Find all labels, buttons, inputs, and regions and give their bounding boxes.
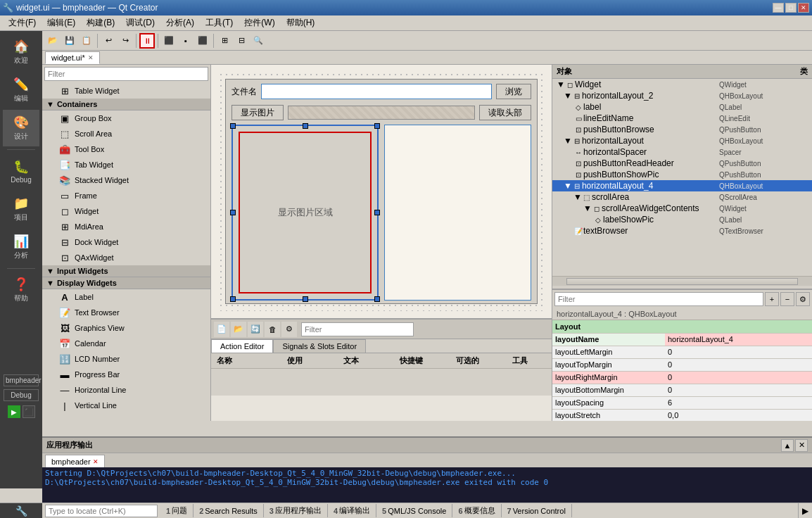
- sidebar-item-analyze[interactable]: 📊 分析: [3, 229, 39, 265]
- tab-close-icon[interactable]: ✕: [88, 54, 94, 61]
- sidebar-item-design[interactable]: 🎨 设计: [3, 110, 39, 146]
- ae-open[interactable]: 📂: [231, 322, 246, 337]
- expand-scroll[interactable]: ▼: [573, 192, 582, 202]
- prop-row-layoutname[interactable]: layoutName horizontalLayout_4: [552, 333, 812, 346]
- tree-row-lineedit[interactable]: ▭ lineEditName QLineEdit: [552, 113, 812, 124]
- tb-zoom[interactable]: 🔍: [250, 33, 266, 49]
- tb-pause[interactable]: ⏸: [139, 33, 155, 49]
- menu-build[interactable]: 构建(B): [81, 15, 120, 30]
- handle-tl[interactable]: [230, 123, 236, 129]
- tb-undo[interactable]: ↩: [101, 33, 116, 49]
- palette-item-calendar[interactable]: 📅 Calendar: [42, 336, 210, 351]
- expand-hl4[interactable]: ▼: [564, 181, 572, 191]
- ae-delete[interactable]: 🗑: [265, 322, 280, 337]
- palette-item-vline[interactable]: | Vertical Line: [42, 398, 210, 413]
- output-close[interactable]: ✕: [795, 439, 808, 452]
- hscroll-thumb[interactable]: [566, 278, 798, 285]
- expand-hl2[interactable]: ▼: [564, 91, 572, 101]
- palette-item-qaxwidget[interactable]: ⊡ QAxWidget: [42, 250, 210, 265]
- expand-contents[interactable]: ▼: [583, 203, 592, 213]
- status-tab-arrow[interactable]: ▶: [798, 503, 812, 519]
- prop-value-rightmargin[interactable]: 0: [665, 371, 812, 384]
- tree-row-textbrowser[interactable]: 📝 textBrowser QTextBrowser: [552, 225, 812, 236]
- filter-add-btn[interactable]: +: [765, 292, 779, 306]
- handle-tm[interactable]: [303, 123, 308, 129]
- tb-grid2[interactable]: ⊟: [234, 33, 249, 49]
- prop-row-stretch[interactable]: layoutStretch 0,0: [552, 409, 812, 421]
- form-widget[interactable]: 文件名 浏览 显示图片 读取头部: [225, 79, 538, 304]
- tb-align-left[interactable]: ⬛: [161, 33, 177, 49]
- palette-group-input[interactable]: ▼ Input Widgets: [42, 265, 210, 277]
- palette-item-graphicsview[interactable]: 🖼 Graphics View: [42, 320, 210, 336]
- minimize-button[interactable]: —: [773, 3, 784, 13]
- palette-item-dockwidget[interactable]: ⊟ Dock Widget: [42, 234, 210, 250]
- browse-button[interactable]: 浏览: [496, 84, 531, 99]
- prop-value-topmargin[interactable]: 0: [665, 358, 812, 371]
- palette-item-scrollarea[interactable]: ⬚ Scroll Area: [42, 126, 210, 141]
- handle-ml[interactable]: [230, 210, 236, 215]
- right-text-panel[interactable]: [384, 125, 531, 301]
- left-scroll-panel[interactable]: 显示图片区域: [231, 125, 379, 301]
- prop-row-spacing[interactable]: layoutSpacing 6: [552, 396, 812, 409]
- expand-hl[interactable]: ▼: [564, 136, 572, 146]
- ae-filter-input[interactable]: [301, 322, 414, 336]
- prop-value-leftmargin[interactable]: 0: [665, 346, 812, 358]
- prop-row-topmargin[interactable]: layoutTopMargin 0: [552, 358, 812, 371]
- sidebar-item-projects[interactable]: 📁 项目: [3, 191, 39, 227]
- prop-value-spacing[interactable]: 6: [665, 396, 812, 409]
- tree-row-hl4[interactable]: ▼ ⊟ horizontalLayout_4 QHBoxLayout: [552, 180, 812, 191]
- stop-button[interactable]: ⬛: [23, 405, 35, 418]
- filter-remove-btn[interactable]: −: [780, 292, 794, 306]
- tree-row-labelshowpic[interactable]: ◇ labelShowPic QLabel: [552, 214, 812, 225]
- handle-tr[interactable]: [374, 123, 380, 129]
- palette-item-toolbox[interactable]: 🧰 Tool Box: [42, 141, 210, 157]
- tb-align-center[interactable]: ▪: [178, 33, 194, 49]
- tree-row-hl2[interactable]: ▼ ⊟ horizontalLayout_2 QHBoxLayout: [552, 90, 812, 101]
- handle-bl[interactable]: [230, 296, 236, 302]
- palette-item-progressbar[interactable]: ▬ Progress Bar: [42, 367, 210, 382]
- ae-refresh[interactable]: 🔄: [248, 322, 263, 337]
- tree-row-pushbtn-show[interactable]: ⊡ pushButtonShowPic QPushButton: [552, 169, 812, 180]
- status-tab-output[interactable]: 3 应用程序输出: [264, 504, 328, 517]
- sidebar-item-edit[interactable]: ✏️ 编辑: [3, 72, 39, 108]
- show-pic-button[interactable]: 显示图片: [231, 105, 284, 120]
- palette-group-display[interactable]: ▼ Display Widgets: [42, 277, 210, 289]
- maximize-button[interactable]: □: [785, 3, 797, 13]
- palette-item-label[interactable]: A Label: [42, 289, 210, 305]
- tree-row-spacer[interactable]: ↔ horizontalSpacer Spacer: [552, 146, 812, 158]
- properties-filter-input[interactable]: [554, 292, 763, 306]
- menu-widgets[interactable]: 控件(W): [239, 15, 280, 30]
- close-button[interactable]: ✕: [798, 3, 809, 13]
- menu-debug[interactable]: 调试(D): [120, 15, 160, 30]
- tb-save-all[interactable]: 📋: [79, 33, 94, 49]
- sidebar-item-debug[interactable]: 🐛 Debug: [3, 153, 39, 189]
- tree-row-scroll-contents[interactable]: ▼ ◻ scrollAreaWidgetContents QWidget: [552, 203, 812, 214]
- designer-canvas[interactable]: 文件名 浏览 显示图片 读取头部: [211, 65, 552, 318]
- action-editor-tab[interactable]: Action Editor: [211, 339, 273, 353]
- menu-file[interactable]: 文件(F): [3, 15, 42, 30]
- palette-item-textbrowser[interactable]: 📝 Text Browser: [42, 305, 210, 320]
- status-tab-compile[interactable]: 4 编译输出: [328, 504, 376, 517]
- tb-align-right[interactable]: ⬛: [195, 33, 210, 49]
- sidebar-item-help[interactable]: ❓ 帮助: [3, 272, 39, 308]
- prop-row-rightmargin[interactable]: layoutRightMargin 0: [552, 371, 812, 384]
- palette-item-hline[interactable]: — Horizontal Line: [42, 382, 210, 398]
- palette-group-containers[interactable]: ▼ Containers: [42, 99, 210, 110]
- menu-help[interactable]: 帮助(H): [281, 15, 321, 30]
- ae-new[interactable]: 📄: [214, 322, 229, 337]
- tree-row-label[interactable]: ◇ label QLabel: [552, 101, 812, 113]
- palette-item-tabwidget[interactable]: 📑 Tab Widget: [42, 157, 210, 172]
- sidebar-item-welcome[interactable]: 🏠 欢迎: [3, 34, 39, 70]
- palette-filter-input[interactable]: [44, 67, 208, 81]
- status-tab-search[interactable]: 2 Search Results: [194, 504, 264, 517]
- menu-analyze[interactable]: 分析(A): [160, 15, 200, 30]
- tree-row-hl[interactable]: ▼ ⊟ horizontalLayout QHBoxLayout: [552, 135, 812, 146]
- status-tab-vcs[interactable]: 7 Version Control: [502, 504, 572, 517]
- tb-redo[interactable]: ↪: [118, 33, 133, 49]
- tb-open[interactable]: 📂: [45, 33, 61, 49]
- tb-grid[interactable]: ⊞: [217, 33, 232, 49]
- status-tab-qml[interactable]: 5 QML/JS Console: [376, 504, 452, 517]
- palette-item-mdiarea[interactable]: ⊞ MdiArea: [42, 219, 210, 234]
- prop-row-bottommargin[interactable]: layoutBottomMargin 0: [552, 384, 812, 396]
- tree-row-pushbtn-read[interactable]: ⊡ pushButtonReadHeader QPushButton: [552, 158, 812, 169]
